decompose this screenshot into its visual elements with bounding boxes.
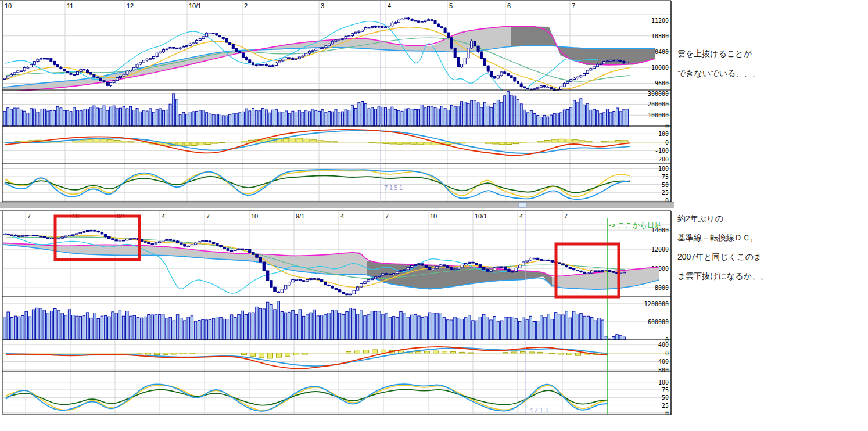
svg-text:100: 100 xyxy=(658,131,669,137)
svg-text:50: 50 xyxy=(662,182,669,188)
svg-text:7: 7 xyxy=(564,213,568,220)
svg-text:5: 5 xyxy=(449,2,453,9)
top-chart-annotation: 雲を上抜けることが できないでいる、、、 xyxy=(677,44,760,83)
svg-text:4: 4 xyxy=(388,2,391,9)
svg-text:10: 10 xyxy=(430,213,437,220)
svg-text:600000: 600000 xyxy=(648,319,669,325)
svg-text:-800: -800 xyxy=(655,367,669,373)
svg-text:8000: 8000 xyxy=(655,285,669,291)
weekly-candlestick-chart[interactable]: 7108/147109/1471010/14714000120001000080… xyxy=(0,210,674,417)
svg-text:-100: -100 xyxy=(655,148,669,154)
svg-text:50: 50 xyxy=(662,394,669,401)
svg-text:300000: 300000 xyxy=(648,91,669,97)
annotation-line: 基準線－転換線ＤＣ, xyxy=(677,228,768,247)
annotation-line: 約2年ぶりの xyxy=(677,209,768,228)
annotation-line: ま雲下抜けになるか、、 xyxy=(677,267,768,286)
svg-text:12: 12 xyxy=(127,2,134,9)
daily-candlestick-chart[interactable]: 10111210/1234567112001080010400100009600… xyxy=(0,0,674,208)
svg-text:0: 0 xyxy=(665,139,669,146)
scrollbar-thumb[interactable] xyxy=(519,203,526,207)
svg-text:0: 0 xyxy=(665,410,669,416)
horizontal-scrollbar[interactable] xyxy=(0,202,674,208)
svg-text:3: 3 xyxy=(321,2,324,9)
annotation-line: 雲を上抜けることが xyxy=(677,44,760,63)
annotation-line: 2007年と同じくこのま xyxy=(677,247,768,267)
svg-text:25: 25 xyxy=(662,403,669,409)
svg-text:1200000: 1200000 xyxy=(644,301,669,307)
svg-text:400: 400 xyxy=(658,342,669,348)
bottom-chart-annotation: 約2年ぶりの 基準線－転換線ＤＣ, 2007年と同じくこのま ま雲下抜けになるか… xyxy=(677,209,768,286)
svg-text:100: 100 xyxy=(658,379,669,386)
svg-text:2: 2 xyxy=(244,2,248,9)
svg-text:7: 7 xyxy=(572,2,575,9)
svg-text:10: 10 xyxy=(251,213,258,220)
svg-text:4: 4 xyxy=(340,213,344,220)
svg-text:9600: 9600 xyxy=(655,80,669,87)
svg-text:-400: -400 xyxy=(655,358,669,365)
svg-text:0: 0 xyxy=(665,350,669,357)
svg-text:-200: -200 xyxy=(655,156,669,163)
svg-text:6: 6 xyxy=(507,2,511,9)
svg-text:25: 25 xyxy=(662,189,669,196)
svg-text:12000: 12000 xyxy=(651,246,669,253)
svg-text:11: 11 xyxy=(67,2,73,9)
green-marker-label: -> ここから日足 xyxy=(609,221,662,229)
svg-text:9/1: 9/1 xyxy=(296,213,304,220)
crosshair-value: 7151 xyxy=(384,184,404,192)
svg-text:75: 75 xyxy=(662,387,669,393)
svg-text:7: 7 xyxy=(385,213,389,220)
svg-text:10/1: 10/1 xyxy=(189,2,201,9)
svg-text:10000: 10000 xyxy=(651,64,669,71)
svg-text:200000: 200000 xyxy=(648,101,669,107)
svg-text:4: 4 xyxy=(519,213,523,220)
svg-text:100000: 100000 xyxy=(648,112,669,118)
crosshair-value: 4213 xyxy=(529,407,550,414)
svg-text:10800: 10800 xyxy=(651,33,669,39)
chart-workspace: { "annotations": { "top_chart_note": ["雲… xyxy=(0,0,868,431)
svg-text:7: 7 xyxy=(206,213,210,220)
svg-text:7: 7 xyxy=(27,213,31,220)
svg-text:11200: 11200 xyxy=(651,17,669,24)
svg-text:75: 75 xyxy=(662,174,669,180)
svg-text:100: 100 xyxy=(658,166,669,172)
svg-text:4: 4 xyxy=(162,213,165,220)
svg-text:10: 10 xyxy=(5,2,12,9)
annotation-line: できないでいる、、、 xyxy=(677,63,760,83)
svg-text:10/1: 10/1 xyxy=(475,213,487,220)
